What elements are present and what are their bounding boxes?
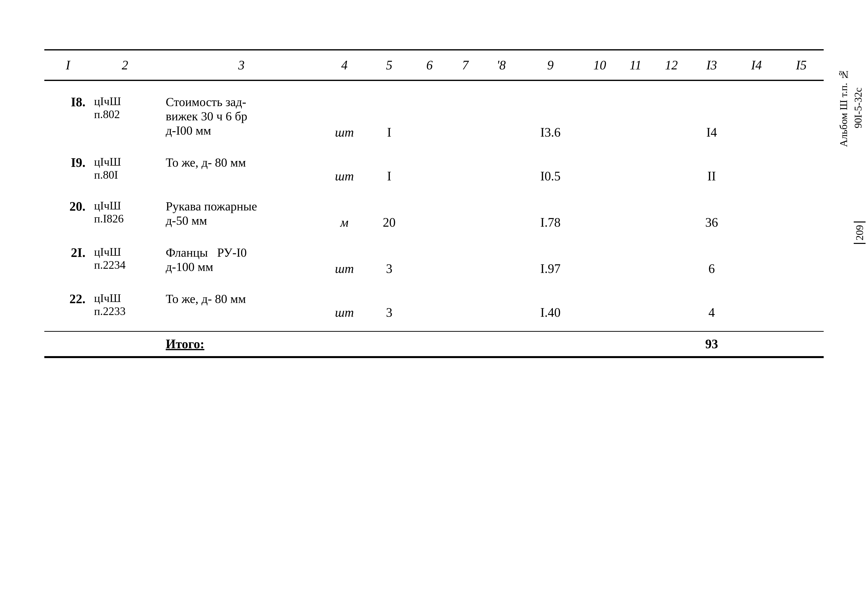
row-22-col11 — [618, 287, 654, 322]
page-container: Альбом Ш т.п. № 90I-5-32с 209 I 2 3 4 5 … — [0, 0, 868, 616]
total-col12 — [654, 331, 690, 357]
header-col-2: 2 — [89, 50, 161, 80]
row-18-col14 — [734, 90, 779, 142]
row-20-col11 — [618, 195, 654, 232]
spacer-row — [44, 142, 824, 151]
row-18-desc: Стоимость зад-вижек 30 ч 6 брд-I00 мм — [161, 90, 322, 142]
row-22-col6 — [412, 287, 448, 322]
header-col-13: I3 — [689, 50, 734, 80]
row-19-unit: шт — [322, 151, 367, 186]
right-label-album: Альбом Ш т.п. № 90I-5-32с — [836, 69, 866, 147]
row-20-desc: Рукава пожарныед-50 мм — [161, 195, 322, 232]
total-value: 93 — [689, 331, 734, 357]
row-20-unit: м — [322, 195, 367, 232]
row-18-col10 — [582, 90, 618, 142]
table-row: 2I. цIчШп.2234 Фланцы РУ-I0д-100 мм шт 3… — [44, 241, 824, 278]
row-20-col7 — [447, 195, 484, 232]
row-22-col9: I.40 — [519, 287, 582, 322]
total-col5 — [367, 331, 412, 357]
row-22-unit: шт — [322, 287, 367, 322]
header-col-5: 5 — [367, 50, 412, 80]
row-21-code: цIчШп.2234 — [89, 241, 161, 278]
header-col-12: 12 — [654, 50, 690, 80]
row-20-code: цIчШп.I826 — [89, 195, 161, 232]
total-col7 — [447, 331, 484, 357]
total-col15 — [779, 331, 824, 357]
header-col-4: 4 — [322, 50, 367, 80]
row-22-desc: То же, д- 80 мм — [161, 287, 322, 322]
row-22-code: цIчШп.2233 — [89, 287, 161, 322]
row-21-col13: 6 — [689, 241, 734, 278]
row-20-col14 — [734, 195, 779, 232]
header-col-1: I — [44, 50, 89, 80]
main-table: I 2 3 4 5 6 7 '8 9 10 11 12 I3 I4 I5 — [44, 49, 824, 358]
total-col6 — [412, 331, 448, 357]
header-col-14: I4 — [734, 50, 779, 80]
row-18-num: I8. — [44, 90, 89, 142]
total-empty-2 — [89, 331, 161, 357]
row-18-unit: шт — [322, 90, 367, 142]
row-19-desc: То же, д- 80 мм — [161, 151, 322, 186]
row-20-col9: I.78 — [519, 195, 582, 232]
total-col10 — [582, 331, 618, 357]
spacer-row — [44, 278, 824, 287]
row-20-col12 — [654, 195, 690, 232]
row-21-col6 — [412, 241, 448, 278]
row-18-code: цIчШп.802 — [89, 90, 161, 142]
row-22-col12 — [654, 287, 690, 322]
row-18-col8 — [484, 90, 519, 142]
total-col8 — [484, 331, 519, 357]
row-20-col10 — [582, 195, 618, 232]
total-label: Итого: — [161, 331, 322, 357]
table-row: I9. цIчШп.80I То же, д- 80 мм шт I I0.5 … — [44, 151, 824, 186]
row-22-col10 — [582, 287, 618, 322]
row-19-num: I9. — [44, 151, 89, 186]
row-21-unit: шт — [322, 241, 367, 278]
row-19-col9: I0.5 — [519, 151, 582, 186]
header-col-10: 10 — [582, 50, 618, 80]
row-19-col15 — [779, 151, 824, 186]
row-18-col12 — [654, 90, 690, 142]
row-19-col14 — [734, 151, 779, 186]
row-22-col8 — [484, 287, 519, 322]
total-row: Итого: 93 — [44, 331, 824, 357]
row-21-col15 — [779, 241, 824, 278]
row-20-col6 — [412, 195, 448, 232]
row-22-col7 — [447, 287, 484, 322]
row-21-num: 2I. — [44, 241, 89, 278]
row-21-col12 — [654, 241, 690, 278]
header-col-7: 7 — [447, 50, 484, 80]
row-18-col5: I — [367, 90, 412, 142]
row-22-num: 22. — [44, 287, 89, 322]
row-20-num: 20. — [44, 195, 89, 232]
table-row: 22. цIчШп.2233 То же, д- 80 мм шт 3 I.40… — [44, 287, 824, 322]
spacer-row — [44, 186, 824, 195]
total-col11 — [618, 331, 654, 357]
row-19-col7 — [447, 151, 484, 186]
spacer-row — [44, 80, 824, 90]
page-num-label: 209 — [854, 225, 865, 240]
header-col-11: 11 — [618, 50, 654, 80]
row-18-col9: I3.6 — [519, 90, 582, 142]
row-21-col8 — [484, 241, 519, 278]
table-wrapper: Альбом Ш т.п. № 90I-5-32с 209 I 2 3 4 5 … — [44, 49, 824, 358]
row-19-code: цIчШп.80I — [89, 151, 161, 186]
row-21-col5: 3 — [367, 241, 412, 278]
row-20-col5: 20 — [367, 195, 412, 232]
row-19-col11 — [618, 151, 654, 186]
row-18-col15 — [779, 90, 824, 142]
total-col9 — [519, 331, 582, 357]
header-col-6: 6 — [412, 50, 448, 80]
total-empty-1 — [44, 331, 89, 357]
row-21-col10 — [582, 241, 618, 278]
row-19-col10 — [582, 151, 618, 186]
row-22-col13: 4 — [689, 287, 734, 322]
row-22-col5: 3 — [367, 287, 412, 322]
row-21-col11 — [618, 241, 654, 278]
row-18-col7 — [447, 90, 484, 142]
table-header: I 2 3 4 5 6 7 '8 9 10 11 12 I3 I4 I5 — [44, 50, 824, 80]
album-num: 90I-5-32с — [852, 88, 864, 129]
header-col-3: 3 — [161, 50, 322, 80]
row-19-col12 — [654, 151, 690, 186]
header-col-8: '8 — [484, 50, 519, 80]
